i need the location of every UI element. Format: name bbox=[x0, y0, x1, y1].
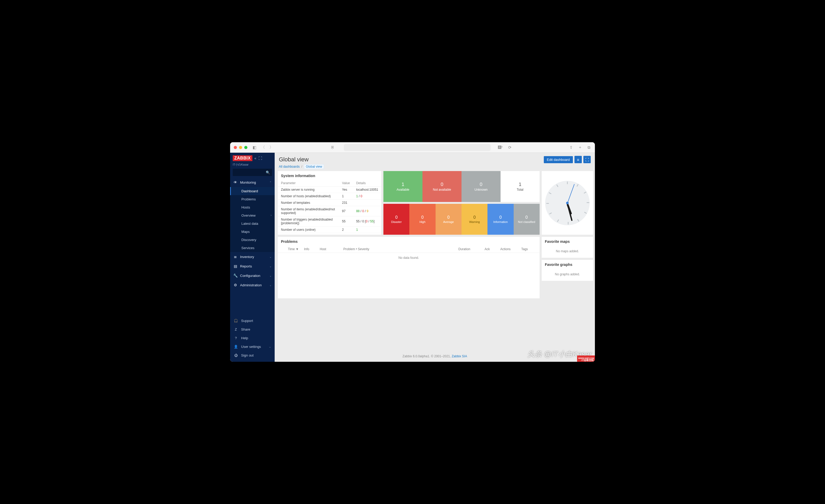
severity-nc[interactable]: 0Not classified bbox=[514, 204, 540, 235]
translate-icon[interactable]: 🅰ᴬ bbox=[498, 145, 503, 150]
breadcrumb-current[interactable]: Global view bbox=[304, 164, 324, 169]
search-icon: 🔍 bbox=[266, 171, 270, 174]
sidebar-support[interactable]: 🎧Support bbox=[230, 317, 275, 325]
widget-favorite-graphs: Favorite graphs No graphs added. bbox=[542, 260, 593, 281]
severity-disaster[interactable]: 0Disaster bbox=[383, 204, 409, 235]
shield-icon[interactable]: ⛨ bbox=[330, 145, 335, 150]
nav-inventory[interactable]: ≣ Inventory ⌄ bbox=[230, 252, 275, 261]
clock-tick bbox=[549, 192, 551, 194]
widget-title: Problems bbox=[278, 237, 540, 246]
chevron-down-icon: ⌄ bbox=[270, 284, 272, 286]
col-time-[interactable]: Time ▼ bbox=[278, 246, 301, 253]
back-icon[interactable]: 〈 bbox=[260, 145, 265, 150]
nav-label: Monitoring bbox=[240, 180, 256, 184]
table-row: Number of templates231 bbox=[278, 199, 381, 206]
table-row: Required server performance, new values … bbox=[278, 233, 381, 235]
clock-tick bbox=[584, 191, 586, 193]
footer-link[interactable]: Zabbix SIA bbox=[452, 354, 467, 358]
col-ack[interactable]: Ack bbox=[482, 246, 498, 253]
severity-info[interactable]: 0Information bbox=[487, 204, 513, 235]
host-cell-unknown[interactable]: 0Unknown bbox=[461, 171, 501, 202]
severity-warning[interactable]: 0Warning bbox=[461, 204, 487, 235]
sidebar-toggle-icon[interactable]: ◧ bbox=[252, 145, 257, 150]
table-row: Number of triggers (enabled/disabled [pr… bbox=[278, 217, 381, 227]
breadcrumb-root[interactable]: All dashboards bbox=[279, 165, 300, 168]
share-icon: Z bbox=[234, 327, 238, 331]
sidebar-item-services[interactable]: Services bbox=[230, 244, 275, 252]
clock-tick bbox=[587, 202, 589, 203]
popout-icon[interactable]: ⛶ bbox=[258, 156, 262, 160]
chevron-down-icon: ⌄ bbox=[270, 255, 272, 258]
sidebar-sign-out[interactable]: ⏻Sign out bbox=[230, 351, 275, 360]
min-dot[interactable] bbox=[239, 146, 242, 149]
clock-tick bbox=[577, 219, 580, 221]
clock-tick bbox=[556, 184, 558, 187]
list-icon: ≣ bbox=[233, 255, 237, 259]
window-controls[interactable] bbox=[234, 146, 247, 149]
menu-button[interactable]: ≡ bbox=[575, 156, 582, 163]
sidebar-item-dashboard[interactable]: Dashboard bbox=[230, 187, 275, 195]
sidebar-help[interactable]: ?Help bbox=[230, 334, 275, 342]
sidebar-user-settings[interactable]: 👤User settings⌄ bbox=[230, 342, 275, 351]
clock-tick bbox=[557, 219, 559, 222]
col-duration[interactable]: Duration bbox=[456, 246, 482, 253]
sidebar-item-overview[interactable]: Overview› bbox=[230, 212, 275, 220]
sign out-icon: ⏻ bbox=[234, 353, 238, 357]
search-input[interactable]: 🔍 bbox=[233, 169, 272, 176]
clock-center bbox=[566, 202, 569, 204]
nav-monitoring[interactable]: 👁 Monitoring ⌃ bbox=[230, 178, 275, 187]
widget-title: System information bbox=[278, 171, 381, 180]
gear-icon: ⚙ bbox=[233, 283, 237, 287]
nav-configuration[interactable]: 🔧 Configuration ⌄ bbox=[230, 271, 275, 280]
col-info[interactable]: Info bbox=[301, 246, 317, 253]
col-value: Value bbox=[339, 180, 353, 186]
widget-favorite-maps: Favorite maps No maps added. bbox=[542, 237, 593, 258]
col-actions[interactable]: Actions bbox=[498, 246, 519, 253]
table-row: Number of items (enabled/disabled/not su… bbox=[278, 206, 381, 217]
forward-icon[interactable]: 〉 bbox=[269, 145, 274, 150]
eye-icon: 👁 bbox=[233, 180, 237, 184]
max-dot[interactable] bbox=[244, 146, 247, 149]
severity-high[interactable]: 0High bbox=[409, 204, 435, 235]
col-host[interactable]: Host bbox=[317, 246, 341, 253]
share-icon[interactable]: ⇧ bbox=[569, 145, 574, 150]
url-bar[interactable] bbox=[344, 144, 491, 151]
table-row: Zabbix server is runningYeslocalhost:100… bbox=[278, 186, 381, 193]
breadcrumb: All dashboards / Global view bbox=[275, 164, 595, 171]
sidebar-item-latest-data[interactable]: Latest data bbox=[230, 220, 275, 228]
sidebar-item-discovery[interactable]: Discovery bbox=[230, 236, 275, 244]
sidebar-item-problems[interactable]: Problems bbox=[230, 195, 275, 203]
page-title: Global view bbox=[279, 156, 309, 163]
sidebar-share[interactable]: ZShare bbox=[230, 325, 275, 334]
edit-dashboard-button[interactable]: Edit dashboard bbox=[544, 156, 573, 163]
widget-title: Favorite maps bbox=[542, 237, 593, 246]
help-icon: ? bbox=[234, 336, 238, 340]
close-dot[interactable] bbox=[234, 146, 237, 149]
nav-reports[interactable]: ▤ Reports ⌄ bbox=[230, 261, 275, 271]
clock-tick bbox=[584, 212, 587, 214]
tabs-icon[interactable]: ⧉ bbox=[587, 145, 591, 150]
col-problem-severity[interactable]: Problem • Severity bbox=[341, 246, 456, 253]
chevron-down-icon: ⌄ bbox=[270, 274, 272, 277]
host-cell-available[interactable]: 1Available bbox=[383, 171, 423, 202]
host-cell-notavail[interactable]: 0Not available bbox=[423, 171, 461, 202]
nav-administration[interactable]: ⚙ Administration ⌄ bbox=[230, 280, 275, 290]
col-tags[interactable]: Tags bbox=[519, 246, 540, 253]
reload-icon[interactable]: ⟳ bbox=[507, 145, 512, 150]
sidebar-item-maps[interactable]: Maps bbox=[230, 228, 275, 236]
chevron-up-icon: ⌃ bbox=[270, 181, 272, 184]
nav-label: Inventory bbox=[240, 255, 254, 259]
main-content: Global view Edit dashboard ≡ ⛶ All dashb… bbox=[275, 153, 595, 362]
severity-average[interactable]: 0Average bbox=[436, 204, 461, 235]
logo[interactable]: ZABBIX bbox=[233, 155, 252, 161]
host-cell-total[interactable]: 1Total bbox=[501, 171, 540, 202]
fullscreen-button[interactable]: ⛶ bbox=[583, 156, 591, 163]
collapse-icon[interactable]: « bbox=[254, 156, 256, 160]
chevron-right-icon: › bbox=[271, 214, 272, 217]
widget-clock bbox=[542, 171, 593, 235]
new-tab-icon[interactable]: ＋ bbox=[578, 145, 582, 150]
sidebar-item-hosts[interactable]: Hosts bbox=[230, 203, 275, 212]
clock-tick bbox=[546, 203, 549, 204]
footer: Zabbix 6.0.0alpha1. © 2001–2021, Zabbix … bbox=[275, 352, 595, 362]
table-row: Number of hosts (enabled/disabled)11 / 0 bbox=[278, 193, 381, 199]
